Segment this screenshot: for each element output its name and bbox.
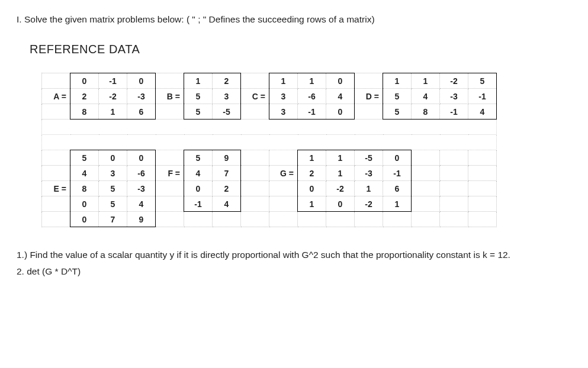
cell: 3 (269, 104, 298, 120)
cell: 1 (99, 104, 127, 120)
cell: 1 (298, 196, 326, 212)
cell: 8 (412, 104, 440, 120)
cell: 4 (127, 196, 156, 212)
label-B: B = (156, 89, 184, 104)
cell: 7 (213, 166, 241, 181)
cell: 0 (127, 73, 156, 89)
cell: 5 (383, 104, 412, 120)
cell: 1 (326, 166, 355, 181)
cell: 1 (326, 150, 355, 166)
cell: 1 (269, 73, 298, 89)
cell: 1 (383, 196, 412, 212)
cell: 0 (70, 73, 99, 89)
cell: 5 (184, 150, 213, 166)
cell: 0 (326, 73, 355, 89)
cell: 8 (70, 181, 99, 196)
cell: 8 (70, 104, 99, 120)
problem-heading: I. Solve the given matrix problems below… (17, 14, 571, 25)
cell: 5 (99, 181, 127, 196)
matrix-sheet: 0 -1 0 1 2 1 1 0 1 1 -2 5 A = 2 -2 -3 B … (41, 73, 571, 227)
cell: 0 (70, 212, 99, 227)
cell: 0 (326, 196, 355, 212)
cell: -3 (355, 166, 383, 181)
cell: -1 (383, 166, 412, 181)
cell: 1 (355, 181, 383, 196)
cell: 5 (184, 104, 213, 120)
cell: -2 (355, 196, 383, 212)
cell: 3 (213, 89, 241, 104)
label-A: A = (42, 89, 70, 104)
cell: 4 (412, 89, 440, 104)
cell: 2 (70, 89, 99, 104)
cell: 4 (70, 166, 99, 181)
cell: -2 (440, 73, 468, 89)
cell: 5 (70, 150, 99, 166)
cell: 4 (468, 104, 497, 120)
cell: -1 (99, 73, 127, 89)
cell: 1 (298, 73, 326, 89)
cell: 5 (383, 89, 412, 104)
label-F: F = (156, 166, 184, 181)
question-1: 1.) Find the value of a scalar quantity … (17, 248, 571, 262)
cell: 0 (99, 150, 127, 166)
cell: -5 (355, 150, 383, 166)
cell: -1 (298, 104, 326, 120)
cell: -6 (127, 166, 156, 181)
cell: 9 (213, 150, 241, 166)
cell: 2 (213, 181, 241, 196)
cell: 4 (326, 89, 355, 104)
cell: 7 (99, 212, 127, 227)
cell: 0 (383, 150, 412, 166)
cell: -1 (440, 104, 468, 120)
questions-block: 1.) Find the value of a scalar quantity … (17, 248, 571, 279)
label-D: D = (355, 89, 383, 104)
cell: 6 (383, 181, 412, 196)
cell: 0 (127, 150, 156, 166)
cell: 1 (383, 73, 412, 89)
reference-data-title: REFERENCE DATA (30, 43, 571, 56)
cell: -2 (99, 89, 127, 104)
cell: 1 (412, 73, 440, 89)
cell: 4 (213, 196, 241, 212)
cell: 0 (326, 104, 355, 120)
question-2: 2. det (G * D^T) (17, 265, 571, 278)
label-C: C = (241, 89, 269, 104)
cell: -2 (326, 181, 355, 196)
cell: 1 (184, 73, 213, 89)
cell: 6 (127, 104, 156, 120)
cell: 0 (184, 181, 213, 196)
cell: 5 (184, 89, 213, 104)
cell: 0 (298, 181, 326, 196)
cell: -6 (298, 89, 326, 104)
cell: -3 (440, 89, 468, 104)
cell: 3 (99, 166, 127, 181)
cell: -1 (468, 89, 497, 104)
cell: 2 (213, 73, 241, 89)
cell: -5 (213, 104, 241, 120)
label-E: E = (42, 181, 70, 196)
cell: 4 (184, 166, 213, 181)
cell: 0 (70, 196, 99, 212)
cell: -1 (184, 196, 213, 212)
cell: 9 (127, 212, 156, 227)
label-G: G = (269, 166, 298, 181)
cell: -3 (127, 89, 156, 104)
cell: 2 (298, 166, 326, 181)
cell: 1 (298, 150, 326, 166)
cell: 3 (269, 89, 298, 104)
matrix-table: 0 -1 0 1 2 1 1 0 1 1 -2 5 A = 2 -2 -3 B … (41, 73, 497, 227)
cell: -3 (127, 181, 156, 196)
cell: 5 (99, 196, 127, 212)
cell: 5 (468, 73, 497, 89)
